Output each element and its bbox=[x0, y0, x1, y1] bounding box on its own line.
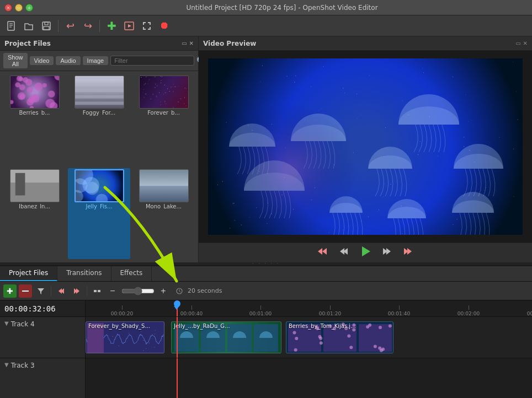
ruler-mark-120: 00:02:00 bbox=[469, 305, 491, 316]
ruler-mark-40: 00:00:40 bbox=[191, 305, 214, 316]
image-filter-button[interactable]: Image bbox=[83, 56, 109, 65]
tab-transitions[interactable]: Transitions bbox=[57, 266, 111, 281]
tab-effects[interactable]: Effects bbox=[111, 266, 152, 281]
ruler-mark-line bbox=[260, 305, 261, 310]
clip-berries-label: Berries_by_Tom_Kijas.j... bbox=[289, 323, 356, 329]
timeline-content[interactable]: 00:00:20 00:00:40 00:01:00 00:01:20 00:0… bbox=[86, 300, 532, 398]
undo-button[interactable]: ↩ bbox=[62, 18, 78, 34]
track3-label: ▼ Track 3 bbox=[0, 358, 85, 398]
ruler-mark-100: 00:01:40 bbox=[399, 305, 421, 316]
zoom-out-button[interactable]: − bbox=[106, 284, 119, 298]
project-files-header: Project Files ▭ ✕ bbox=[0, 36, 198, 51]
open-button[interactable] bbox=[21, 18, 36, 34]
file-name-ibanez: Ibanez_In... bbox=[19, 203, 50, 209]
preview-header: Video Preview ▭ ✕ bbox=[199, 36, 532, 51]
playhead-track4-line bbox=[177, 317, 178, 358]
window-controls[interactable]: × − + bbox=[4, 4, 33, 12]
fullscreen-button[interactable] bbox=[139, 18, 155, 34]
play-button[interactable] bbox=[357, 243, 374, 263]
svg-rect-6 bbox=[44, 26, 49, 30]
file-item-ibanez[interactable]: Ibanez_In... bbox=[3, 168, 66, 260]
svg-marker-10 bbox=[322, 248, 327, 255]
maximize-button[interactable]: + bbox=[25, 4, 33, 12]
file-name-foggy: Foggy_For... bbox=[83, 110, 115, 116]
panel-controls[interactable]: ▭ ✕ bbox=[182, 40, 194, 46]
remove-track-button[interactable] bbox=[19, 284, 32, 298]
file-item-mono-lake[interactable]: Mono_Lake... bbox=[132, 168, 195, 260]
preview-title: Video Preview bbox=[203, 40, 256, 47]
zoom-slider[interactable] bbox=[121, 287, 155, 295]
redo-button[interactable]: ↪ bbox=[80, 18, 95, 34]
ruler-label-40: 00:00:40 bbox=[180, 311, 203, 316]
svg-rect-0 bbox=[8, 21, 14, 30]
clip-berries[interactable]: Berries_by_Tom_Kijas.j... bbox=[286, 321, 393, 353]
main-toolbar: ↩ ↪ ✚ ⏺ bbox=[0, 15, 532, 36]
svg-line-28 bbox=[179, 291, 180, 292]
save-button[interactable] bbox=[39, 18, 54, 34]
ruler-label-100: 00:01:40 bbox=[388, 311, 410, 316]
file-item-jelly[interactable]: Jelly_Fis... bbox=[68, 168, 130, 260]
file-item-berries[interactable]: Berries_b... bbox=[3, 74, 66, 166]
window-title: Untitled Project [HD 720p 24 fps] - Open… bbox=[36, 4, 528, 12]
preview-controls[interactable]: ▭ ✕ bbox=[515, 40, 528, 46]
close-button[interactable]: × bbox=[4, 4, 12, 12]
playhead-arrow-icon bbox=[174, 306, 179, 310]
add-track-button[interactable]: ✚ bbox=[3, 284, 17, 298]
track-labels: 00:00:32:06 ▼ Track 4 ▼ Track 3 bbox=[0, 300, 86, 398]
record-button[interactable]: ⏺ bbox=[157, 18, 172, 34]
video-preview-panel: Video Preview ▭ ✕ bbox=[199, 36, 532, 262]
jump-end-tl-button[interactable] bbox=[70, 284, 83, 298]
svg-marker-23 bbox=[76, 288, 79, 294]
zoom-in-button[interactable]: + bbox=[157, 284, 170, 298]
ruler-label-80: 00:01:20 bbox=[319, 311, 341, 316]
jump-start-button[interactable] bbox=[315, 244, 329, 261]
track4-label: ▼ Track 4 bbox=[0, 317, 85, 358]
audio-filter-button[interactable]: Audio bbox=[56, 56, 80, 65]
track3-row[interactable] bbox=[86, 358, 532, 398]
preview-minimize-icon[interactable]: ▭ bbox=[515, 40, 520, 46]
jump-start-tl-button[interactable] bbox=[55, 284, 68, 298]
file-thumb-berries bbox=[10, 76, 60, 109]
panel-minimize-icon[interactable]: ▭ bbox=[182, 40, 187, 46]
resize-dots-icon: · · · · · bbox=[252, 261, 280, 266]
ruler-mark-80: 00:01:20 bbox=[330, 305, 352, 316]
ruler-mark-line bbox=[122, 305, 123, 310]
tab-project-files[interactable]: Project Files bbox=[0, 266, 57, 281]
file-item-forever[interactable]: Forever_b... bbox=[132, 74, 195, 166]
fast-forward-button[interactable] bbox=[380, 244, 395, 261]
track4-expand-icon[interactable]: ▼ bbox=[4, 320, 9, 326]
timeline-area: 00:00:32:06 ▼ Track 4 ▼ Track 3 00:00:20 bbox=[0, 300, 532, 398]
track3-expand-icon[interactable]: ▼ bbox=[4, 362, 9, 368]
minimize-button[interactable]: − bbox=[15, 4, 23, 12]
timeline-toolbar: ✚ − + 20 seconds bbox=[0, 282, 532, 300]
track4-row[interactable]: Forever_by_Shady_S... Jelly_...by_RaDu_G… bbox=[86, 317, 532, 358]
preview-canvas bbox=[208, 58, 523, 235]
svg-rect-25 bbox=[98, 290, 100, 292]
project-files-title: Project Files bbox=[4, 40, 51, 47]
show-all-button[interactable]: Show All bbox=[3, 53, 28, 68]
separator-2 bbox=[99, 20, 100, 32]
clip-jelly[interactable]: Jelly_...by_RaDu_G... bbox=[171, 321, 281, 353]
jump-end-button[interactable] bbox=[401, 244, 416, 261]
preview-close-icon[interactable]: ✕ bbox=[523, 40, 528, 46]
track4-name: Track 4 bbox=[11, 320, 35, 328]
filter-input[interactable] bbox=[110, 56, 194, 66]
filter-track-button[interactable] bbox=[34, 284, 47, 298]
export-button[interactable] bbox=[121, 18, 137, 34]
tl-separator-1 bbox=[51, 286, 51, 296]
new-button[interactable] bbox=[3, 18, 19, 34]
file-item-foggy[interactable]: Foggy_For... bbox=[68, 74, 130, 166]
preview-area bbox=[199, 51, 532, 243]
center-timeline-button[interactable] bbox=[91, 284, 104, 298]
video-filter-button[interactable]: Video bbox=[30, 56, 54, 65]
playback-controls bbox=[199, 243, 532, 262]
tab-bar: Project Files Transitions Effects bbox=[0, 266, 532, 282]
file-thumb-mono-lake bbox=[139, 169, 189, 202]
import-button[interactable]: ✚ bbox=[104, 18, 119, 34]
rewind-button[interactable] bbox=[336, 244, 350, 261]
panel-close-icon[interactable]: ✕ bbox=[189, 40, 194, 46]
svg-rect-18 bbox=[22, 291, 29, 292]
file-thumb-foggy bbox=[75, 76, 124, 109]
file-grid: Berries_b... Foggy_For... Forever_b... bbox=[0, 71, 198, 262]
clip-forever[interactable]: Forever_by_Shady_S... bbox=[86, 321, 164, 353]
